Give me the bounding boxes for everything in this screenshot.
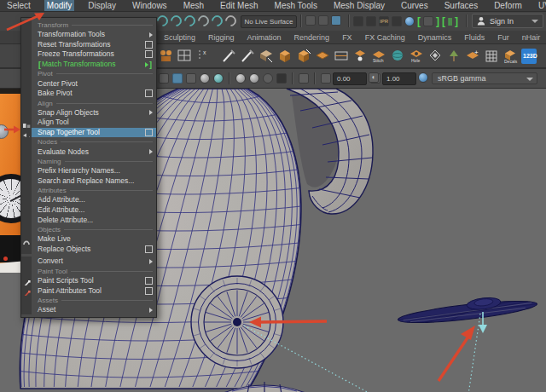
shelf-button-diamond-icon[interactable] (427, 48, 444, 65)
shelf-button-tree-icon[interactable] (445, 48, 462, 65)
shelf-button-gridsm-icon[interactable] (483, 48, 500, 65)
gamma-field[interactable]: 1.00 (382, 72, 416, 85)
menu-item-asset[interactable]: Asset (21, 305, 156, 315)
shelf-tab-fx-caching[interactable]: FX Caching (365, 33, 405, 42)
menubar-item-modify[interactable]: Modify (44, 0, 74, 11)
menu-item-reset-transformations[interactable]: Reset Transformations (21, 40, 156, 50)
menu-item-convert[interactable]: Convert (21, 257, 156, 267)
default-lighting-icon[interactable] (200, 73, 210, 84)
option-box[interactable] (145, 89, 153, 97)
option-box[interactable] (145, 129, 153, 136)
shelf-button-cubex-icon[interactable] (295, 48, 312, 65)
exposure-field[interactable]: 0.00 (333, 72, 367, 85)
snap-to-view-plane-icon[interactable] (223, 13, 238, 28)
pause-icon[interactable]: || (448, 15, 452, 27)
menu-item-match-transformations[interactable]: [Match Transformations] (21, 60, 156, 70)
shelf-button-knife-icon[interactable] (220, 48, 237, 65)
shelf-tab-nhair[interactable]: nHair (522, 33, 541, 42)
menu-item-prefix-hierarchy-names[interactable]: Prefix Hierarchy Names... (21, 166, 156, 176)
option-box[interactable] (145, 287, 153, 295)
render-settings-icon[interactable] (404, 16, 415, 26)
shelf-button-quaddraw-icon[interactable] (258, 48, 275, 65)
shelf-button-knife-icon[interactable] (239, 48, 256, 65)
ipr-render-icon[interactable]: IPR (379, 16, 389, 26)
live-surface-field[interactable]: No Live Surface (241, 15, 297, 28)
menu-item-add-attribute[interactable]: Add Attribute... (21, 195, 156, 205)
shelf-tab-rigging[interactable]: Rigging (208, 33, 235, 42)
menu-item-transformation-tools[interactable]: Transformation Tools (21, 30, 156, 40)
menubar-item-curves[interactable]: Curves (398, 0, 431, 11)
menubar-item-uv[interactable]: UV (536, 0, 546, 11)
menubar-item-surfaces[interactable]: Surfaces (442, 0, 480, 11)
option-box[interactable] (145, 41, 153, 49)
menubar-item-display[interactable]: Display (85, 0, 119, 11)
menubar-item-mesh-tools[interactable]: Mesh Tools (272, 0, 320, 11)
menu-item-bake-pivot[interactable]: Bake Pivot (21, 89, 156, 99)
option-box[interactable] (145, 50, 153, 58)
image-plane-icon[interactable] (321, 73, 331, 84)
shelf-button-hole-icon[interactable]: Hole (408, 48, 425, 65)
menubar-item-edit-mesh[interactable]: Edit Mesh (218, 0, 260, 11)
shelf-button-pose-icon[interactable] (157, 48, 174, 65)
shelf-button-multicut-icon[interactable] (333, 48, 350, 65)
menu-item-paint-attributes-tool[interactable]: Paint Attributes Tool (21, 285, 156, 296)
shelf-tab-dynamics[interactable]: Dynamics (418, 33, 452, 42)
menu-item-delete-attribute[interactable]: Delete Attribute... (21, 215, 156, 225)
snap-to-grid-icon[interactable] (154, 13, 170, 28)
menubar-item-windows[interactable]: Windows (130, 0, 170, 11)
menubar-item-deform[interactable]: Deform (491, 0, 525, 11)
grid-display-icon[interactable] (159, 73, 169, 84)
isolate-select-icon[interactable] (299, 73, 309, 84)
film-gate-icon[interactable] (172, 73, 183, 84)
wireframe-on-shaded-icon[interactable] (249, 73, 259, 84)
shelf-tab-fluids[interactable]: Fluids (464, 33, 485, 42)
shelf-button-stitch-icon[interactable]: Stitch (370, 48, 387, 65)
shelf-button-cube-icon[interactable] (276, 48, 293, 65)
shelf-tab-fur[interactable]: Fur (497, 33, 509, 42)
menu-item-paint-scripts-tool[interactable]: Paint Scripts Tool (21, 276, 156, 286)
menubar-item-select[interactable]: Select (4, 0, 33, 11)
shelf-tab-sculpting[interactable]: Sculpting (164, 33, 195, 42)
textured-display-icon[interactable] (213, 73, 224, 84)
menu-item-make-live[interactable]: Make Live (21, 234, 156, 245)
menu-item-search-and-replace-names[interactable]: Search and Replace Names... (21, 176, 156, 187)
color-management-icon[interactable] (418, 72, 428, 83)
make-live-snap-icon[interactable] (209, 13, 224, 28)
colorspace-dropdown[interactable]: sRGB gamma (432, 72, 537, 84)
shelf-button-d123-icon[interactable]: 123D (520, 48, 537, 65)
menu-item-edit-attribute[interactable]: Edit Attribute... (21, 205, 156, 216)
menubar-item-mesh[interactable]: Mesh (181, 0, 206, 11)
menu-item-snap-align-objects[interactable]: Snap Align Objects (21, 108, 156, 118)
menu-item-freeze-transformations[interactable]: Freeze Transformations (21, 49, 156, 60)
menubar-item-mesh-display[interactable]: Mesh Display (331, 0, 387, 11)
option-box[interactable] (145, 245, 153, 253)
shelf-button-weld-icon[interactable] (351, 48, 369, 65)
xray-display-icon[interactable] (276, 73, 287, 84)
shaded-display-icon[interactable] (235, 73, 246, 84)
gate-mask-icon[interactable] (186, 73, 196, 84)
shelf-button-skel-icon[interactable]: x (195, 48, 212, 65)
shelf-button-plusplane-icon[interactable]: + (464, 48, 481, 65)
snap-to-point-icon[interactable] (182, 13, 197, 28)
contrast-icon[interactable]: ◐ (369, 72, 379, 83)
no-construction-history-icon[interactable] (318, 15, 328, 26)
render-frame-icon[interactable] (353, 16, 363, 26)
shelf-button-plane-icon[interactable] (314, 48, 331, 65)
render-region-icon[interactable] (366, 16, 376, 26)
shelf-button-sphere-icon[interactable] (389, 48, 406, 65)
menu-item-center-pivot[interactable]: Center Pivot (21, 78, 156, 89)
menu-item-snap-together-tool[interactable]: Snap Together Tool (21, 128, 156, 138)
animation-keying-icon[interactable] (331, 15, 341, 26)
option-box[interactable] (145, 277, 153, 285)
render-sequence-icon[interactable] (392, 16, 402, 26)
shelf-tab-rendering[interactable]: Rendering (294, 33, 330, 42)
shelf-tab-animation[interactable]: Animation (247, 33, 282, 42)
menu-item-replace-objects[interactable]: Replace Objects (21, 245, 156, 255)
shelf-button-decals-icon[interactable]: Decals (502, 48, 519, 65)
menu-item-evaluate-nodes[interactable]: Evaluate Nodes (21, 147, 156, 157)
construction-history-icon[interactable] (305, 15, 316, 26)
snap-to-curve-icon[interactable] (168, 13, 183, 28)
wireframe-display-icon[interactable] (263, 73, 273, 84)
shelf-button-grid-icon[interactable] (176, 48, 193, 65)
menu-item-align-tool[interactable]: Align Tool (21, 118, 156, 128)
